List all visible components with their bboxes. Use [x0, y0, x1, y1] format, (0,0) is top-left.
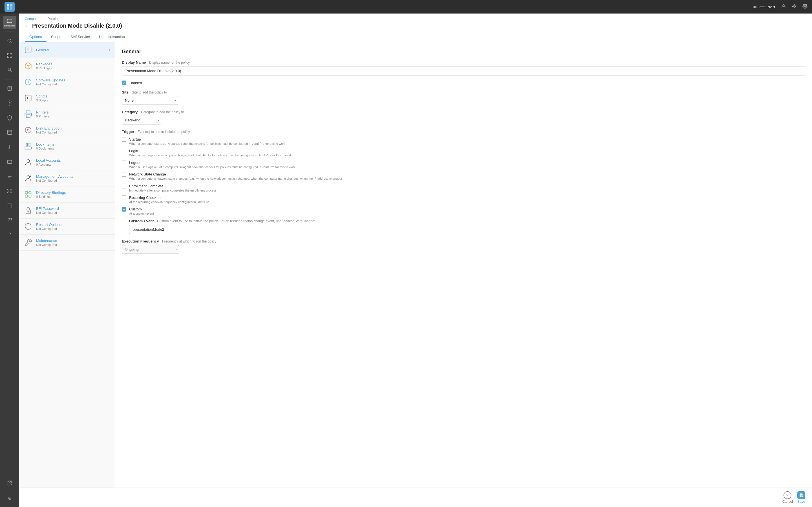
nav-dashboard[interactable] [3, 49, 16, 62]
tab-scope[interactable]: Scope [47, 33, 66, 42]
restart-options-title: Restart Options [36, 223, 110, 227]
disk-encryption-icon [24, 126, 33, 135]
site-field: Site Site to add the policy to None ▾ [122, 90, 805, 105]
startup-checkbox[interactable] [122, 137, 126, 142]
sidebar-item-general[interactable]: General › [19, 42, 115, 58]
page-title-row: ← Presentation Mode Disable (2.0.0) [25, 22, 806, 29]
nav-management[interactable] [3, 170, 16, 183]
sidebar-item-directory-bindings[interactable]: Directory Bindings 0 Bindings [19, 186, 115, 203]
recurring-checkin-checkbox[interactable] [122, 195, 126, 200]
nav-deploy[interactable] [3, 228, 16, 242]
user-icon[interactable] [781, 4, 786, 10]
sidebar-item-efi-password[interactable]: EFI Password Not Configured [19, 203, 115, 219]
logout-checkbox[interactable] [122, 161, 126, 165]
app-logo [4, 2, 15, 12]
enabled-label: Enabled [129, 81, 142, 85]
category-select[interactable]: Back-end [122, 116, 161, 124]
maintenance-sub: Not Configured [36, 243, 110, 246]
enabled-row: Enabled [122, 80, 805, 85]
svg-rect-16 [8, 160, 12, 164]
display-name-input[interactable] [122, 66, 805, 75]
cancel-button[interactable]: ✕ Cancel [782, 491, 793, 504]
svg-point-34 [27, 160, 29, 162]
back-button[interactable]: ← [25, 23, 29, 29]
nav-smart-groups[interactable] [3, 155, 16, 168]
execution-freq-hint: Frequency at which to run the policy [162, 239, 216, 243]
custom-event-label: Custom Event [129, 219, 154, 223]
directory-bindings-title: Directory Bindings [36, 190, 110, 194]
nav-settings[interactable] [3, 476, 16, 490]
svg-rect-37 [29, 191, 31, 194]
save-button[interactable]: Save [797, 491, 805, 504]
svg-rect-38 [29, 195, 31, 197]
nav-security[interactable] [3, 111, 16, 124]
breadcrumb-computers[interactable]: Computers [25, 17, 42, 21]
nav-policies[interactable] [3, 82, 16, 95]
sidebar-item-printers[interactable]: Printers 0 Printers [19, 106, 115, 122]
sidebar-item-packages[interactable]: Packages 0 Packages [19, 58, 115, 74]
custom-event-input[interactable] [129, 225, 805, 234]
svg-rect-21 [8, 203, 11, 208]
packages-icon [24, 61, 33, 70]
settings-icon[interactable] [802, 4, 808, 10]
sidebar-item-maintenance[interactable]: Maintenance Not Configured [19, 235, 115, 251]
site-select[interactable]: None [122, 96, 178, 105]
login-checkbox[interactable] [122, 149, 126, 153]
sidebar: General › Packages 0 Packages [19, 42, 115, 488]
svg-rect-10 [8, 56, 9, 58]
nav-devices[interactable] [3, 199, 16, 212]
sidebar-item-local-accounts[interactable]: Local Accounts 0 Accounts [19, 154, 115, 170]
svg-point-4 [783, 4, 784, 6]
scripts-sub: 3 Scripts [36, 99, 110, 102]
network-state-change-checkbox[interactable] [122, 172, 126, 177]
trigger-network-state-change: Network State Change When a computer's n… [122, 172, 805, 181]
sidebar-item-management-accounts[interactable]: Management Accounts Not Configured [19, 170, 115, 186]
tab-options[interactable]: Options [25, 33, 47, 42]
restart-options-icon [24, 222, 33, 231]
recurring-checkin-name: Recurring Check-in [129, 195, 209, 200]
custom-checkbox[interactable] [122, 207, 126, 212]
category-hint: Category to add the policy to [141, 110, 184, 114]
sidebar-item-restart-options[interactable]: Restart Options Not Configured [19, 219, 115, 235]
sidebar-item-dock-items[interactable]: Dock Items 0 Dock Items [19, 138, 115, 154]
svg-rect-36 [26, 191, 28, 194]
svg-rect-32 [26, 144, 28, 147]
disk-encryption-sub: Not Configured [36, 131, 110, 134]
nav-reports[interactable] [3, 140, 16, 154]
nav-inventory[interactable] [3, 126, 16, 139]
enrollment-complete-checkbox[interactable] [122, 184, 126, 188]
svg-point-18 [10, 189, 12, 190]
svg-rect-31 [25, 147, 31, 149]
tab-user-interaction[interactable]: User Interaction [94, 33, 130, 42]
trigger-hint: Event(s) to use to initiate the policy [138, 130, 190, 134]
enabled-checkbox[interactable] [122, 80, 126, 85]
page-header: Computers : Policies ← Presentation Mode… [19, 13, 812, 42]
main-content: General Display Name Display name for th… [115, 42, 812, 488]
footer: ✕ Cancel Save [19, 488, 812, 507]
nav-search[interactable] [3, 34, 16, 48]
login-name: Login [129, 149, 292, 153]
tab-self-service[interactable]: Self Service [66, 33, 94, 42]
efi-password-title: EFI Password [36, 207, 110, 211]
maintenance-title: Maintenance [36, 238, 110, 243]
site-hint: Site to add the policy to [132, 91, 167, 94]
sidebar-item-software-updates[interactable]: Software Updates Not Configured [19, 74, 115, 90]
svg-point-5 [804, 6, 806, 7]
nav-expand[interactable]: ⊕ [3, 491, 16, 505]
svg-point-23 [10, 218, 12, 220]
execution-freq-select[interactable]: Ongoing Once per computer Once per user … [122, 245, 179, 254]
nav-config[interactable] [3, 96, 16, 110]
login-desc: When a user logs in to a computer. A log… [129, 153, 292, 158]
startup-name: Startup [129, 137, 286, 142]
sidebar-item-disk-encryption[interactable]: Disk Encryption Not Configured [19, 122, 115, 138]
nav-groups[interactable] [3, 214, 16, 227]
trigger-login: Login When a user logs in to a computer.… [122, 149, 805, 158]
trigger-section: Trigger Event(s) to use to initiate the … [122, 129, 805, 234]
nav-computers[interactable]: Computers [3, 16, 16, 29]
nav-categories[interactable] [3, 184, 16, 198]
breadcrumb-separator: : [43, 17, 44, 21]
lightning-icon[interactable] [792, 4, 797, 10]
nav-users[interactable] [3, 63, 16, 77]
svg-point-12 [9, 68, 11, 70]
sidebar-item-scripts[interactable]: Scripts 3 Scripts [19, 90, 115, 106]
